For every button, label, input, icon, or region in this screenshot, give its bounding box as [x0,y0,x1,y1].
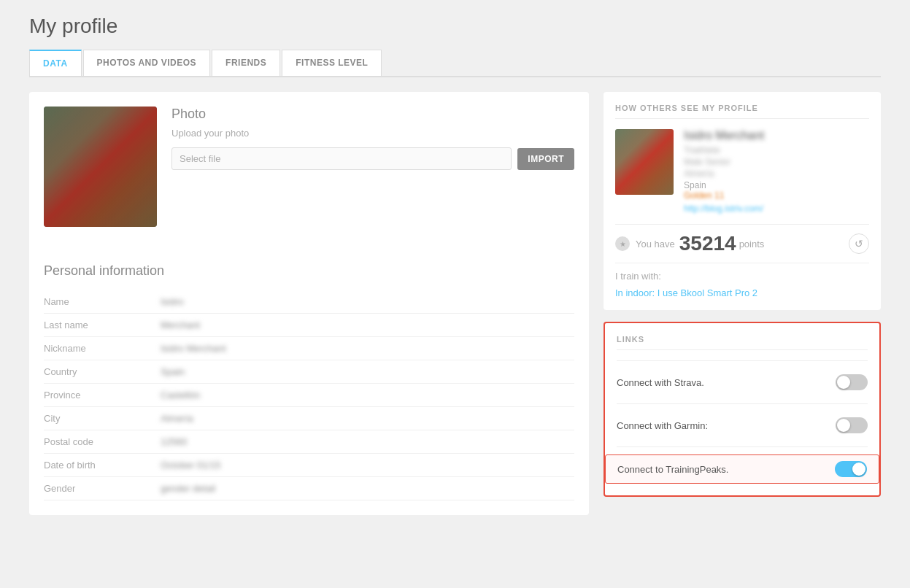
info-row: Date of birth October 01/15 [44,454,574,477]
personal-info-table: Name Isidro Last name Merchant Nickname … [44,290,574,500]
info-label-8: Gender [44,483,161,494]
points-value: 35214 [679,232,736,255]
info-value-0: Isidro [161,296,184,307]
preview-content: Isidro Merchant Triathlete Male Senior A… [615,129,869,214]
links-section-label: LINKS [617,335,868,350]
profile-preview-card: HOW OTHERS SEE MY PROFILE Isidro Merchan… [604,92,881,310]
strava-thumb [837,376,850,389]
preview-name: Isidro Merchant [684,129,869,142]
info-label-3: Country [44,366,161,377]
page-container: My profile DATA PHOTOS AND VIDEOS FRIEND… [0,0,910,530]
info-row: Province Castellón [44,384,574,407]
info-value-8: gender detail [161,483,215,494]
personal-info-title: Personal information [44,263,574,279]
personal-info-section: Personal information Name Isidro Last na… [44,263,574,500]
photo-label: Photo [171,107,574,122]
photo-upload-area: Photo Upload your photo Select file IMPO… [171,107,574,227]
strava-toggle[interactable] [836,374,868,390]
info-label-5: City [44,413,161,424]
info-value-1: Merchant [161,320,200,330]
points-suffix: points [739,239,849,249]
info-value-7: October 01/15 [161,460,220,471]
preview-country: Spain [684,180,869,190]
info-value-3: Spain [161,366,185,377]
info-value-4: Castellón [161,390,200,401]
page-title: My profile [29,15,881,38]
info-label-1: Last name [44,320,161,330]
preview-level-label: Golden 11 [684,190,869,201]
links-divider [617,360,868,361]
info-label-4: Province [44,390,161,401]
preview-detail-1: Male Senior [684,157,869,167]
points-icon: ★ [615,236,630,251]
garmin-thumb [837,419,850,432]
preview-section-label: HOW OTHERS SEE MY PROFILE [615,104,869,119]
info-label-0: Name [44,296,161,307]
preview-photo [615,129,674,195]
link-row-trainingpeaks: Connect to TrainingPeaks. [605,454,879,484]
trainingpeaks-toggle[interactable] [835,461,867,477]
preview-blog-link[interactable]: http://blog.istriv.com/ [684,204,869,214]
points-row: ★ You have 35214 points ↺ [615,224,869,263]
info-value-2: Isidro Merchant [161,343,226,354]
tabs-bar: DATA PHOTOS AND VIDEOS FRIENDS FITNESS L… [29,50,881,77]
trainingpeaks-label: Connect to TrainingPeaks. [617,464,728,475]
profile-photo-large [44,107,157,227]
import-button[interactable]: IMPORT [517,148,574,170]
cyclist-photo [44,107,157,227]
link-row-strava: Connect with Strava. [617,368,868,396]
photo-section: Photo Upload your photo Select file IMPO… [44,107,574,241]
preview-info: Isidro Merchant Triathlete Male Senior A… [684,129,869,214]
left-panel: Photo Upload your photo Select file IMPO… [29,92,589,515]
info-row: Last name Merchant [44,314,574,337]
points-prefix: You have [636,239,675,249]
info-row: City Almería [44,407,574,430]
info-label-7: Date of birth [44,460,161,471]
strava-label: Connect with Strava. [617,377,704,388]
info-value-6: 12560 [161,436,187,447]
preview-detail-2: Almería [684,169,869,179]
info-row: Name Isidro [44,290,574,314]
trainingpeaks-thumb [852,463,865,476]
link-row-garmin: Connect with Garmin: [617,411,868,439]
info-row: Gender gender detail [44,477,574,500]
tab-fitness[interactable]: FITNESS LEVEL [282,50,382,76]
file-input-row: Select file IMPORT [171,147,574,170]
right-panel: HOW OTHERS SEE MY PROFILE Isidro Merchan… [604,92,881,515]
preview-avatar [615,129,674,195]
preview-detail-0: Triathlete [684,145,869,155]
train-with-label: I train with: [615,271,869,282]
upload-prompt: Upload your photo [171,128,574,139]
tab-photos[interactable]: PHOTOS AND VIDEOS [83,50,211,76]
points-history-button[interactable]: ↺ [849,233,869,254]
info-row: Postal code 12560 [44,430,574,454]
main-layout: Photo Upload your photo Select file IMPO… [29,92,881,515]
trainer-link[interactable]: In indoor: I use Bkool Smart Pro 2 [615,287,869,298]
garmin-toggle[interactable] [836,417,868,433]
tab-data[interactable]: DATA [29,50,82,76]
info-row: Nickname Isidro Merchant [44,337,574,360]
garmin-label: Connect with Garmin: [617,420,708,431]
info-label-6: Postal code [44,436,161,447]
info-label-2: Nickname [44,343,161,354]
tab-friends[interactable]: FRIENDS [212,50,280,76]
info-row: Country Spain [44,360,574,384]
links-divider-2 [617,403,868,404]
links-divider-3 [617,446,868,447]
info-value-5: Almería [161,413,193,424]
file-select-box[interactable]: Select file [171,147,512,170]
links-card: LINKS Connect with Strava. Connect with … [604,322,881,497]
